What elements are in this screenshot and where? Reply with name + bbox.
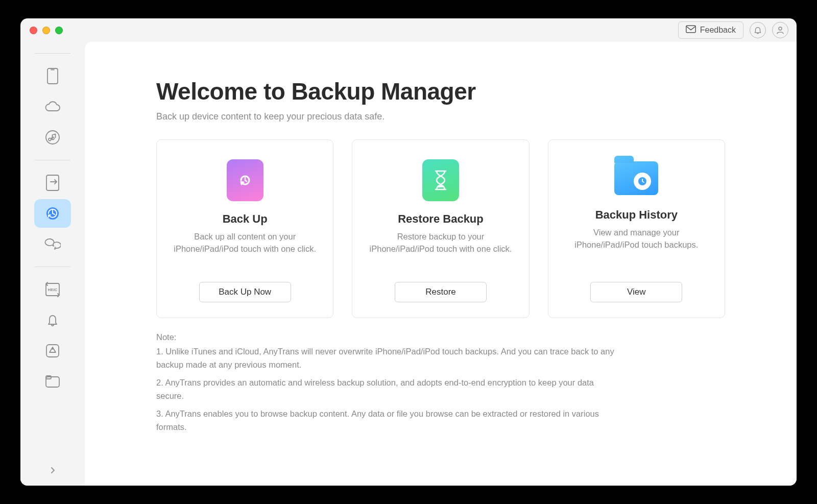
note-item: 1. Unlike iTunes and iCloud, AnyTrans wi…	[156, 345, 616, 371]
sidebar-collapse-button[interactable]	[20, 466, 85, 474]
svg-rect-9	[46, 345, 59, 357]
card-history: Backup History View and manage your iPho…	[548, 139, 725, 318]
sidebar-item-transfer[interactable]	[34, 169, 71, 197]
mail-icon	[686, 25, 696, 35]
sidebar: HEIC	[20, 42, 85, 486]
sidebar-item-messages[interactable]	[34, 230, 71, 258]
cards-row: Back Up Back up all content on your iPho…	[156, 139, 725, 318]
card-description: View and manage your iPhone/iPad/iPod to…	[565, 227, 708, 251]
account-button[interactable]	[772, 22, 788, 38]
backup-icon	[227, 159, 263, 201]
window-controls	[30, 27, 63, 34]
titlebar: Feedback	[20, 18, 797, 42]
feedback-label: Feedback	[700, 26, 736, 35]
svg-rect-2	[47, 68, 58, 84]
restore-icon	[422, 159, 459, 201]
svg-point-1	[779, 27, 782, 30]
svg-rect-5	[46, 175, 59, 190]
card-title: Restore Backup	[398, 212, 484, 226]
note-item: 3. AnyTrans enables you to browse backup…	[156, 407, 616, 434]
sidebar-item-heic[interactable]: HEIC	[34, 275, 71, 304]
sidebar-item-cloud[interactable]	[34, 92, 71, 121]
feedback-button[interactable]: Feedback	[678, 21, 743, 39]
minimize-window-button[interactable]	[42, 27, 50, 34]
app-window: Feedback	[20, 18, 797, 486]
backup-now-button[interactable]: Back Up Now	[199, 282, 291, 302]
fullscreen-window-button[interactable]	[55, 27, 63, 34]
note-item: 2. AnyTrans provides an automatic and wi…	[156, 376, 616, 402]
card-description: Restore backup to your iPhone/iPad/iPod …	[369, 231, 512, 255]
page-title: Welcome to Backup Manager	[156, 78, 725, 105]
svg-rect-0	[686, 26, 695, 32]
card-backup: Back Up Back up all content on your iPho…	[156, 139, 333, 318]
page-subtitle: Back up device content to keep your prec…	[156, 111, 725, 122]
card-title: Backup History	[595, 208, 678, 222]
close-window-button[interactable]	[30, 27, 37, 34]
main-content: Welcome to Backup Manager Back up device…	[85, 42, 797, 486]
view-button[interactable]: View	[590, 282, 682, 302]
svg-text:HEIC: HEIC	[47, 287, 57, 292]
restore-button[interactable]: Restore	[395, 282, 487, 302]
sidebar-item-music[interactable]	[34, 123, 71, 152]
sidebar-item-device[interactable]	[34, 62, 71, 90]
card-description: Back up all content on your iPhone/iPad/…	[174, 231, 317, 255]
notifications-button[interactable]	[750, 22, 766, 38]
sidebar-item-apps[interactable]	[34, 337, 71, 365]
sidebar-item-backup[interactable]	[34, 199, 71, 228]
sidebar-item-downloads[interactable]	[34, 306, 71, 334]
notes-section: Note: 1. Unlike iTunes and iCloud, AnyTr…	[156, 332, 616, 434]
svg-rect-10	[46, 377, 59, 387]
sidebar-item-screen[interactable]	[34, 367, 71, 396]
card-restore: Restore Backup Restore backup to your iP…	[352, 139, 529, 318]
notes-label: Note:	[156, 332, 616, 342]
history-icon	[614, 159, 658, 197]
card-title: Back Up	[223, 212, 268, 226]
